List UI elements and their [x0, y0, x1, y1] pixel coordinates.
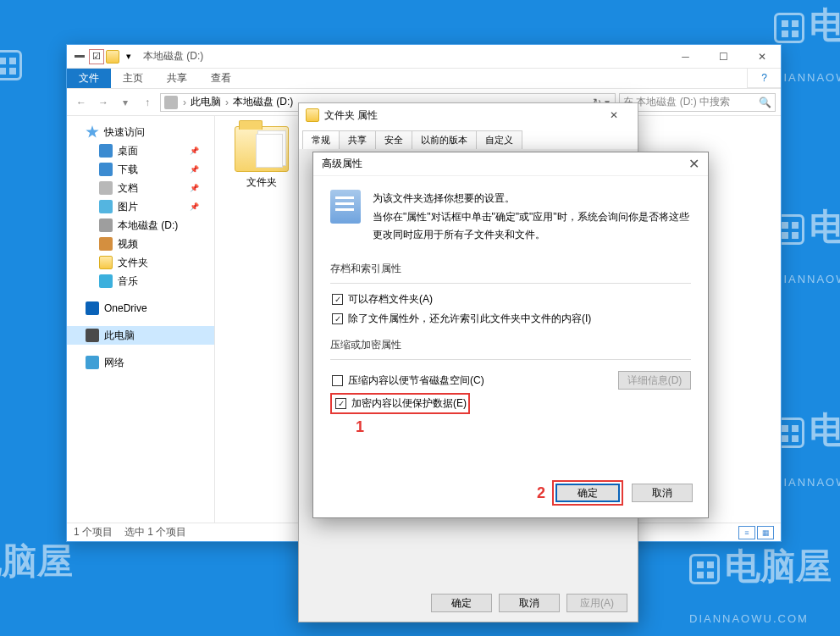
onedrive-icon [86, 301, 99, 315]
advanced-titlebar[interactable]: 高级属性 ✕ [313, 152, 708, 176]
sidebar-onedrive[interactable]: OneDrive [67, 299, 214, 318]
annotation-2: 2 [537, 484, 545, 502]
checkbox-archive[interactable]: ✓可以存档文件夹(A) [330, 292, 691, 307]
close-button[interactable]: ✕ [688, 156, 699, 172]
checkbox-encrypt[interactable]: ✓加密内容以便保护数据(E) [334, 396, 467, 411]
help-button[interactable]: ? [747, 69, 781, 88]
crumb-thispc[interactable]: 此电脑 [188, 95, 224, 109]
highlight-ok: 确定 [552, 480, 623, 506]
status-selected: 选中 1 个项目 [124, 525, 186, 539]
highlight-encrypt: ✓加密内容以便保护数据(E) [330, 393, 470, 414]
sidebar-pictures[interactable]: 图片📌 [67, 197, 214, 216]
up-button[interactable]: ↑ [138, 93, 157, 112]
sidebar-quick-access[interactable]: 快速访问 [67, 123, 214, 141]
ribbon: 文件 主页 共享 查看 ? [67, 69, 781, 89]
forward-button[interactable]: → [94, 93, 113, 112]
properties-buttons: 确定 取消 应用(A) [299, 584, 638, 622]
advanced-attributes-dialog: 高级属性 ✕ 为该文件夹选择你想要的设置。 当你在"属性"对话框中单击"确定"或… [312, 152, 709, 518]
folder-icon [306, 108, 319, 122]
folder-large-icon [235, 126, 289, 172]
sidebar-downloads[interactable]: 下载📌 [67, 160, 214, 179]
back-button[interactable]: ← [72, 93, 91, 112]
network-icon [86, 356, 99, 369]
folder-item[interactable]: 文件夹 [225, 126, 298, 190]
view-icons-button[interactable]: ▦ [757, 526, 774, 539]
group-compress-title: 压缩或加密属性 [330, 338, 691, 352]
advanced-line1: 为该文件夹选择你想要的设置。 [373, 190, 691, 208]
status-count: 1 个项目 [74, 525, 113, 539]
check-icon: ✓ [335, 398, 346, 409]
sidebar-documents[interactable]: 文档📌 [67, 179, 214, 197]
sidebar-desktop[interactable]: 桌面📌 [67, 141, 214, 160]
tab-home[interactable]: 主页 [111, 69, 155, 88]
desktop-icon [99, 144, 113, 158]
group-archive-title: 存档和索引属性 [330, 262, 691, 276]
cancel-button[interactable]: 取消 [499, 594, 560, 612]
videos-icon [99, 237, 113, 251]
tab-previous[interactable]: 以前的版本 [412, 130, 477, 149]
sidebar-videos[interactable]: 视频 [67, 235, 214, 253]
tab-share[interactable]: 共享 [155, 69, 199, 88]
minimize-button[interactable]: ─ [666, 45, 705, 69]
search-input[interactable]: 在 本地磁盘 (D:) 中搜索 🔍 [619, 93, 776, 112]
star-icon [86, 125, 99, 139]
drive-icon [99, 218, 113, 232]
annotation-1: 1 [356, 418, 364, 436]
sidebar-folder[interactable]: 文件夹 [67, 253, 214, 272]
pin-icon: 📌 [190, 202, 199, 211]
sidebar: 快速访问 桌面📌 下载📌 文档📌 图片📌 本地磁盘 (D:) 视频 文件夹 音乐… [67, 116, 215, 523]
properties-title: 文件夹 属性 [324, 108, 378, 123]
search-icon[interactable]: 🔍 [759, 97, 771, 108]
close-button[interactable]: ✕ [597, 109, 631, 121]
documents-icon [99, 181, 113, 195]
close-button[interactable]: ✕ [743, 45, 781, 69]
tab-share[interactable]: 共享 [339, 130, 376, 149]
folder-label: 文件夹 [225, 175, 298, 190]
music-icon [99, 274, 113, 288]
sidebar-thispc[interactable]: 此电脑 [67, 326, 214, 345]
tab-security[interactable]: 安全 [375, 130, 412, 149]
ok-button[interactable]: 确定 [431, 594, 492, 612]
titlebar[interactable]: ☑ ▾ 本地磁盘 (D:) ─ ☐ ✕ [67, 45, 781, 69]
sidebar-music[interactable]: 音乐 [67, 272, 214, 290]
apply-button[interactable]: 应用(A) [566, 594, 627, 612]
watermark-url: DIANNAOWU.COM [774, 71, 840, 84]
check-icon: ✓ [332, 294, 343, 305]
drive-icon [164, 96, 178, 109]
tab-view[interactable]: 查看 [199, 69, 243, 88]
advanced-line2: 当你在"属性"对话框中单击"确定"或"应用"时，系统会询问你是否将这些更改同时应… [373, 208, 691, 245]
folder-icon [106, 50, 119, 64]
settings-icon [330, 190, 361, 224]
sidebar-drive-d[interactable]: 本地磁盘 (D:) [67, 216, 214, 235]
check-icon [332, 375, 343, 386]
ok-button[interactable]: 确定 [555, 484, 620, 502]
properties-titlebar[interactable]: 文件夹 属性 ✕ [299, 103, 638, 127]
checkbox-compress[interactable]: 压缩内容以便节省磁盘空间(C) [330, 373, 484, 388]
watermark-brand: 电脑屋 [810, 5, 840, 45]
check-icon: ✓ [332, 313, 343, 324]
qat-checkbox-icon[interactable]: ☑ [89, 49, 104, 64]
crumb-drive[interactable]: 本地磁盘 (D:) [230, 95, 296, 109]
qat-icon [72, 49, 87, 64]
qat-dropdown-icon[interactable]: ▾ [121, 49, 136, 64]
cancel-button[interactable]: 取消 [632, 484, 693, 502]
folder-icon [99, 256, 113, 269]
history-button[interactable]: ▾ [116, 93, 135, 112]
downloads-icon [99, 163, 113, 176]
properties-tabs: 常规 共享 安全 以前的版本 自定义 [299, 127, 638, 149]
pc-icon [86, 329, 99, 342]
search-placeholder: 在 本地磁盘 (D:) 中搜索 [623, 95, 730, 109]
maximize-button[interactable]: ☐ [705, 45, 743, 69]
tab-file[interactable]: 文件 [67, 69, 111, 88]
pin-icon: 📌 [190, 184, 199, 192]
advanced-title: 高级属性 [322, 157, 362, 171]
sidebar-network[interactable]: 网络 [67, 353, 214, 372]
pin-icon: 📌 [190, 165, 199, 174]
checkbox-index[interactable]: ✓除了文件属性外，还允许索引此文件夹中文件的内容(I) [330, 312, 691, 326]
pictures-icon [99, 200, 113, 213]
window-title: 本地磁盘 (D:) [143, 49, 203, 64]
view-details-button[interactable]: ≡ [738, 526, 755, 539]
tab-custom[interactable]: 自定义 [476, 130, 522, 149]
details-button[interactable]: 详细信息(D) [618, 371, 691, 390]
tab-general[interactable]: 常规 [302, 130, 340, 149]
